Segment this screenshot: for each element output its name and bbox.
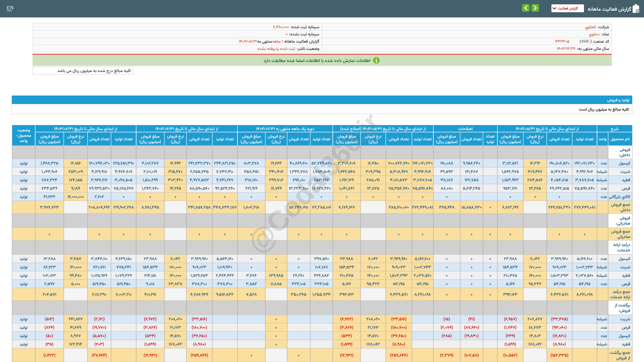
svg-text:EN: EN [7,5,14,10]
svg-text::(ISIC): :(ISIC) [579,39,592,44]
